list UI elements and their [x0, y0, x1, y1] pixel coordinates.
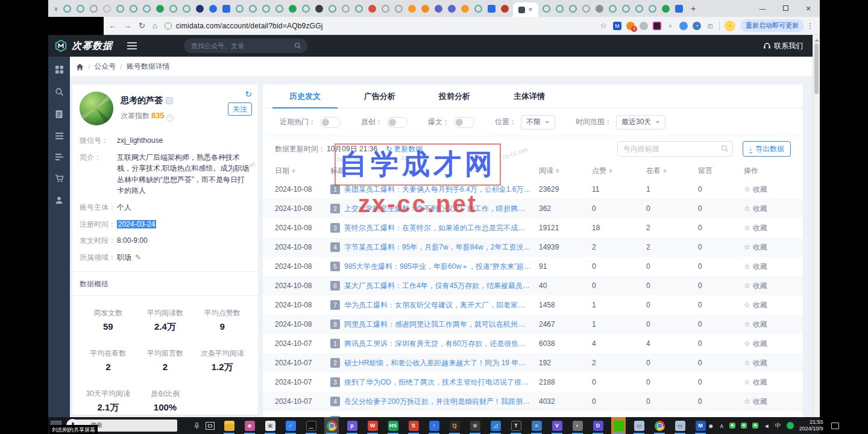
taskbar-mic-icon[interactable] [194, 422, 200, 430]
browser-tab[interactable] [249, 5, 257, 13]
article-title-link[interactable]: 华为员工爆料：女朋友听父母建议，离开大厂，回老家村里当老师，月薪1500... [344, 300, 532, 310]
taskbar-app-chrome-2[interactable] [652, 417, 667, 434]
breadcrumb-item-account[interactable]: 公众号 [94, 61, 116, 72]
refresh-data-button[interactable]: ↻ 更新数据 [386, 144, 423, 154]
home-icon[interactable] [76, 63, 84, 71]
article-title-link[interactable]: 岳父分给妻子200万拆迁款，并注明是婚前财产！我跟朋友抱怨了几句，结果... [344, 397, 532, 407]
browser-tab[interactable] [156, 5, 164, 13]
browser-tab[interactable] [368, 5, 376, 13]
extension-orange-icon[interactable]: 3 [626, 22, 635, 30]
taskbar-app-explorer[interactable] [222, 417, 236, 434]
browser-tab[interactable] [209, 5, 217, 13]
browser-tab[interactable] [289, 5, 297, 13]
browser-tab[interactable] [236, 5, 244, 13]
browser-tab[interactable] [382, 5, 389, 13]
export-data-button[interactable]: ↓ 导出数据 [743, 141, 791, 157]
taskbar-app-s[interactable]: S [406, 417, 421, 434]
browser-tab[interactable] [302, 5, 310, 13]
article-title-link[interactable]: 腾讯员工哭诉：深圳有房无贷，有60万存款，还是很焦虑，能找到30w的安稳... [344, 339, 532, 349]
browser-menu-icon[interactable]: ⋮ [807, 22, 814, 30]
browser-tab[interactable] [448, 5, 456, 13]
tab-pre-invest-analysis[interactable]: 投前分析 [417, 84, 492, 108]
col-reads[interactable]: 阅读 [539, 166, 592, 176]
favorite-button[interactable]: ☆ 收藏 [744, 223, 791, 233]
tab-subject-detail[interactable]: 主体详情 [492, 84, 567, 108]
favorite-button[interactable]: ☆ 收藏 [744, 262, 791, 272]
help-icon[interactable]: ? [166, 115, 174, 122]
browser-tab[interactable] [329, 5, 336, 13]
taskbar-clock[interactable]: 21:55 2024/10/9 [799, 419, 823, 433]
back-icon[interactable]: ← [108, 21, 116, 30]
extension-gray-icon[interactable] [640, 22, 648, 30]
browser-tab[interactable] [635, 5, 643, 13]
network-globe-icon[interactable] [787, 422, 794, 429]
sort-icon[interactable] [609, 167, 612, 175]
browser-tab[interactable] [596, 5, 603, 13]
refresh-card-icon[interactable]: ↻ [245, 89, 252, 99]
extension-clock-icon[interactable]: ◔ [693, 22, 701, 30]
taskbar-app-mail[interactable]: ≡ [529, 417, 544, 434]
taskbar-app-photos[interactable]: ▣ [263, 417, 277, 434]
browser-tab[interactable] [342, 5, 350, 13]
title-search-input[interactable] [617, 141, 733, 157]
browser-tab[interactable] [582, 5, 590, 13]
chat-bubble-icon[interactable] [741, 423, 747, 429]
people-icon[interactable]: ☻ [708, 423, 714, 429]
taskbar-app-pd[interactable]: p [345, 417, 359, 434]
list-icon[interactable] [55, 132, 64, 140]
site-settings-icon[interactable] [165, 22, 172, 30]
taskbar-app-screenshare[interactable]: ▭ [632, 417, 646, 434]
favorite-button[interactable]: ☆ 收藏 [744, 204, 791, 214]
browser-tab[interactable] [143, 5, 151, 13]
tab-ad-analysis[interactable]: 广告分析 [342, 84, 417, 108]
col-looks[interactable]: 在看 [646, 166, 698, 176]
browser-tab[interactable] [275, 5, 283, 13]
taskbar-app-monitor[interactable]: ▭ [673, 417, 687, 434]
favorite-button[interactable]: ☆ 收藏 [744, 377, 791, 388]
browser-tab[interactable] [315, 5, 323, 13]
page-scrollbar[interactable] [813, 35, 820, 417]
menu-icon[interactable] [127, 42, 137, 49]
taskbar-app-vscode[interactable]: ◿ [488, 417, 503, 434]
taskbar-app-mark[interactable]: M [693, 417, 708, 434]
browser-tab[interactable] [63, 5, 71, 13]
browser-tab[interactable] [675, 5, 683, 13]
browser-tab[interactable] [262, 5, 270, 13]
favorite-button[interactable]: ☆ 收藏 [744, 281, 791, 291]
profile-avatar[interactable]: ᵕ [725, 20, 735, 31]
taskbar-app-hs[interactable]: HS [386, 417, 400, 434]
browser-tab[interactable] [408, 5, 416, 13]
home-icon[interactable]: ⌂ [153, 21, 157, 30]
original-toggle[interactable] [387, 117, 407, 128]
browser-tab[interactable] [435, 5, 442, 13]
header-search[interactable] [184, 39, 307, 53]
minimize-button[interactable]: — [751, 5, 774, 12]
tab-close-icon[interactable]: ✕ [528, 7, 533, 13]
browser-tab[interactable] [556, 5, 564, 13]
scroll-up-icon[interactable] [814, 37, 819, 42]
article-title-link[interactable]: 英特尔员工爆料：在英特尔，如果谁的工作总是完不成，会评估是你工作量太... [344, 223, 532, 233]
chat-bubble-icon[interactable] [752, 423, 758, 429]
taskbar-app-upload[interactable]: ↑ [427, 417, 441, 434]
browser-tab[interactable] [662, 5, 670, 13]
taskbar-app-settings[interactable]: ⊛ [468, 417, 482, 434]
follow-button[interactable]: 关注 [228, 102, 252, 116]
extension-m-icon[interactable]: M [613, 22, 621, 30]
taskbar-app-v2ray[interactable]: V [550, 417, 564, 434]
tray-chevron-icon[interactable]: ∧ [720, 423, 724, 429]
title-search[interactable] [617, 141, 733, 157]
browser-tab[interactable] [649, 5, 656, 13]
extension-cloud-icon[interactable] [679, 22, 688, 30]
favorite-button[interactable]: ☆ 收藏 [744, 242, 791, 253]
browser-tab[interactable] [461, 5, 469, 13]
taskbar-app-terminal[interactable]: ▁ [304, 417, 318, 434]
tab-search-icon[interactable]: ∨ [52, 5, 60, 12]
extension-chevron-icon[interactable]: ∧ [666, 22, 675, 30]
taskbar-app-search-orange[interactable]: Q [447, 417, 462, 434]
cart-icon[interactable] [55, 174, 64, 183]
taskbar-app-gem[interactable]: ◆ [242, 417, 257, 434]
favorite-button[interactable]: ☆ 收藏 [744, 319, 791, 330]
sort-icon[interactable] [556, 167, 559, 175]
extension-camera-icon[interactable] [653, 22, 661, 30]
sort-icon[interactable] [292, 167, 295, 175]
